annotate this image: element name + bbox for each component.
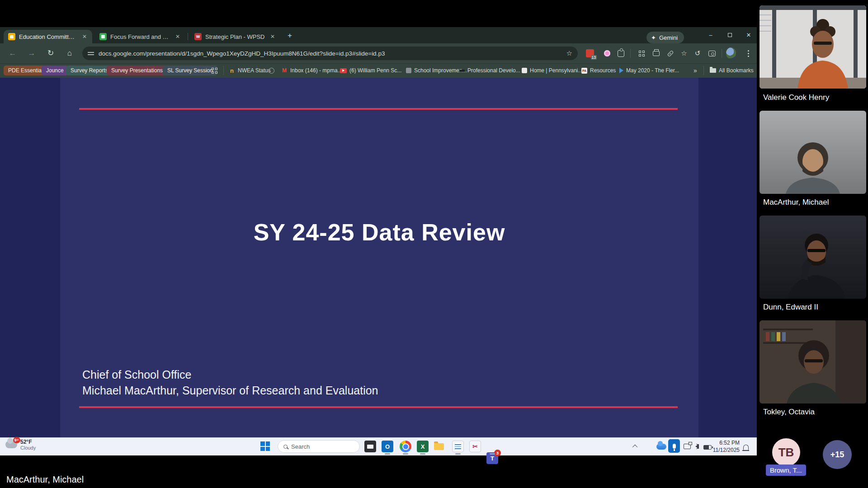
clock-date: 11/12/2025 [712,446,740,454]
print-icon[interactable] [651,48,661,58]
bookmark-globe[interactable] [269,66,274,75]
participant-video-tokley[interactable] [760,320,866,404]
tab-strategic-plan[interactable]: W Strategic Plan - WPSD ✕ [190,30,280,43]
window-close-button[interactable]: ✕ [741,27,756,42]
folder-icon [710,68,716,73]
bookmark-jounce[interactable]: Jounce [42,66,68,75]
bookmark-nwea-status[interactable]: nNWEA Status [229,66,271,75]
avatar-initials: TB [778,446,794,460]
weather-badge: 9+ [13,437,20,443]
taskbar-app-snipping-tool[interactable]: ✂ [469,441,481,452]
window-maximize-button[interactable] [722,27,737,42]
globe-icon [269,68,274,74]
tab-search-icon[interactable] [707,48,717,58]
slide-subtitle: Chief of School Office Michael MacArthur… [82,367,378,399]
tray-microphone-icon[interactable] [668,439,680,453]
address-bar[interactable]: docs.google.com/presentation/d/1sgdn_Wpe… [82,47,578,60]
taskbar-app-outlook[interactable]: O [382,441,393,452]
slide-subtitle-line2: Michael MacArthur, Supervisor of Researc… [82,383,378,399]
participant-video-valerie[interactable] [760,5,866,89]
bookmark-william-penn[interactable]: (6) William Penn Sc... [340,66,401,75]
extension-badge: 13 [591,55,597,60]
more-participants-count: +15 [830,450,844,460]
bookmark-resources[interactable]: PAResources [581,66,616,75]
participant-name: Tokley, Octavia [763,408,815,417]
tab-close-icon[interactable]: ✕ [175,33,181,40]
bookmark-may-2020[interactable]: May 2020 - The Fler... [619,66,679,75]
browser-menu-icon[interactable] [743,48,753,58]
clock-time: 6:52 PM [712,439,740,446]
bookmark-survey-presentations[interactable]: Survey Presentations [107,66,167,75]
tab-education-committee[interactable]: Education Committee Meeting ✕ [4,30,92,43]
participant-video-macarthur[interactable] [760,111,866,194]
new-tab-button[interactable]: + [285,31,295,41]
apps-grid-icon[interactable] [637,48,646,58]
taskbar-app-desktop[interactable] [364,441,376,452]
back-icon[interactable]: ← [7,48,18,59]
taskbar-search[interactable]: Search [278,440,360,453]
extension-red-icon[interactable]: 13 [585,48,595,58]
tab-separator [188,33,188,40]
taskbar-app-file-explorer[interactable] [433,441,445,452]
taskbar-clock[interactable]: 6:52 PM 11/12/2025 [712,439,740,454]
slide-title: SY 24-25 Data Review [60,219,698,246]
window-minimize-button[interactable]: – [703,27,718,42]
bookmarks-separator [223,66,224,75]
history-icon[interactable]: ↺ [693,48,703,58]
taskbar-app-chrome[interactable] [400,441,411,452]
video-frame [760,320,866,404]
youtube-icon [340,68,347,73]
bookmark-school-improvement[interactable]: School Improvemen... [406,66,467,75]
bookmark-add-icon[interactable]: ☆ [679,48,689,58]
tab-close-icon[interactable]: ✕ [269,33,276,40]
nwea-icon: n [229,67,235,74]
participant-avatar-brown[interactable]: TB [772,438,800,466]
bookmark-professional-development[interactable]: Professional Develo... [459,66,520,75]
doc-icon [406,68,411,73]
notification-bell-icon[interactable] [743,443,749,452]
extensions-puzzle-icon[interactable] [616,48,626,58]
participant-video-dunn[interactable] [760,216,866,299]
bookmark-survey-reports[interactable]: Survey Reports [66,66,113,75]
site-info-icon[interactable] [88,51,94,56]
tray-display-icon[interactable] [684,442,691,451]
gemini-button[interactable]: ✦ Gemini [646,32,684,43]
taskbar-app-notepad[interactable] [452,441,464,452]
presentation-slide[interactable]: SY 24-25 Data Review Chief of School Off… [60,78,698,437]
all-bookmarks-button[interactable]: All Bookmarks [710,66,754,75]
start-button[interactable] [260,441,270,451]
participant-name: Valerie Cook Henry [763,93,829,102]
home-page-icon [522,68,527,73]
blue-icon [619,68,623,73]
more-participants-button[interactable]: +15 [823,440,852,469]
taskbar-weather-widget[interactable]: 9+ 52°F Cloudy [5,439,36,450]
tray-onedrive-icon[interactable] [656,442,666,451]
home-icon[interactable]: ⌂ [64,48,75,59]
weather-temp: 52°F [20,439,36,445]
running-indicator [490,453,495,455]
taskbar-app-excel[interactable]: X [417,441,429,452]
tab-close-icon[interactable]: ✕ [81,33,88,40]
bookmark-home-pennsylvania[interactable]: Home | Pennsylvani... [522,66,583,75]
profile-avatar[interactable] [726,48,736,58]
bookmarks-overflow-chevron[interactable]: » [693,66,697,75]
tray-battery-icon[interactable] [703,443,712,452]
reload-icon[interactable]: ↻ [45,48,56,59]
tray-expand-chevron[interactable] [634,442,637,451]
search-placeholder: Search [291,443,310,450]
running-indicator [385,453,390,455]
tab-title: Focus Forward and Beyond Sc [110,33,171,40]
google-sheets-icon [99,33,107,40]
bookmark-grid-icon[interactable] [212,66,217,75]
tray-volume-icon[interactable] [695,442,699,451]
bookmarks-separator [703,66,704,75]
tab-focus-forward[interactable]: Focus Forward and Beyond Sc ✕ [95,30,185,43]
extension-pink-icon[interactable] [602,48,612,58]
forward-icon[interactable]: → [26,48,37,59]
maximize-icon [728,33,732,37]
bookmark-sl-survey-session[interactable]: SL Survey Session [163,66,217,75]
bookmark-inbox[interactable]: MInbox (146) - mpma... [281,66,342,75]
slide-subtitle-line1: Chief of School Office [82,367,378,383]
copy-link-icon[interactable] [665,48,675,58]
bookmark-star-icon[interactable]: ☆ [566,49,572,57]
